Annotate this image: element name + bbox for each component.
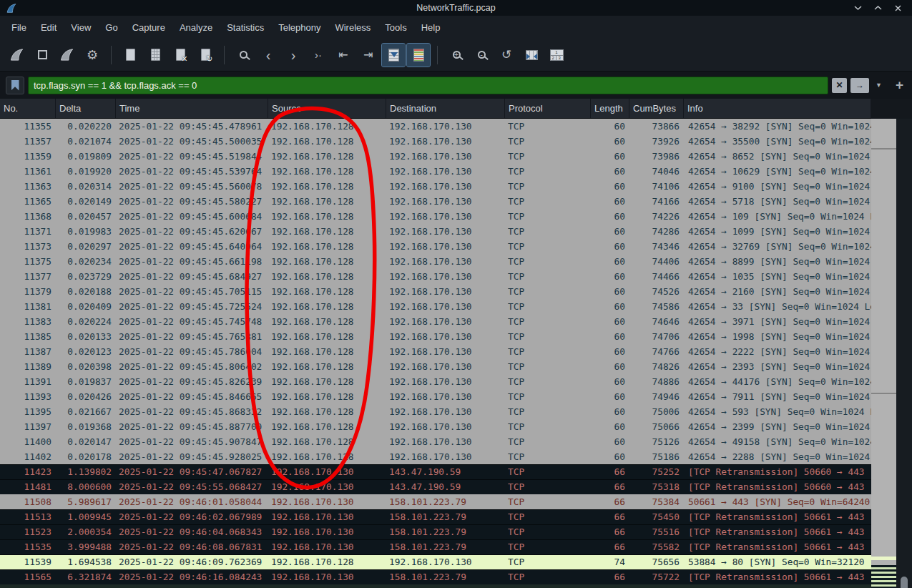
packet-row[interactable]: 115391.6945382025-01-22 09:46:09.7623691…	[0, 554, 871, 569]
open-file-icon[interactable]	[119, 44, 142, 67]
packet-row[interactable]: 115131.0099452025-01-22 09:46:02.0679891…	[0, 509, 871, 524]
goto-packet-icon[interactable]: ›·	[307, 44, 330, 67]
cell-time: 2025-01-22 09:46:04.068343	[116, 524, 268, 539]
packet-row[interactable]: 114231.1398022025-01-22 09:45:47.0678271…	[0, 464, 871, 479]
column-header-src[interactable]: Source	[268, 99, 386, 118]
maximize-button[interactable]	[869, 1, 886, 14]
find-packet-icon[interactable]	[232, 44, 255, 67]
packet-row[interactable]: 113730.0202972025-01-22 09:45:45.6409641…	[0, 239, 871, 254]
column-header-time[interactable]: Time	[116, 99, 268, 118]
close-file-icon[interactable]: ✕	[169, 44, 192, 67]
filter-bookmark-button[interactable]	[6, 77, 24, 94]
save-file-icon[interactable]	[144, 44, 167, 67]
cell-time: 2025-01-22 09:46:01.058044	[116, 494, 268, 509]
next-packet-icon[interactable]: ›	[282, 44, 305, 67]
capture-options-icon[interactable]: ⚙	[81, 44, 104, 67]
cell-cum: 75186	[629, 449, 684, 464]
auto-scroll-icon[interactable]	[382, 44, 405, 67]
display-filter-input[interactable]: tcp.flags.syn == 1 && tcp.flags.ack == 0	[28, 77, 828, 94]
packet-row[interactable]: 113910.0198372025-01-22 09:45:45.8262391…	[0, 374, 871, 389]
filter-add-button[interactable]: +	[896, 77, 903, 93]
packet-row[interactable]: 113610.0199202025-01-22 09:45:45.5397641…	[0, 164, 871, 179]
packet-row[interactable]: 113570.0210742025-01-22 09:45:45.5000351…	[0, 134, 871, 149]
cell-src: 192.168.170.128	[268, 284, 386, 299]
menu-wireless[interactable]: Wireless	[328, 19, 378, 36]
restart-capture-icon[interactable]	[56, 44, 79, 67]
filter-apply-button[interactable]: →	[850, 78, 869, 93]
cell-no: 11387	[0, 344, 56, 359]
cell-src: 192.168.170.128	[268, 269, 386, 284]
packet-row[interactable]: 114020.0201782025-01-22 09:45:45.9280251…	[0, 449, 871, 464]
column-header-cum[interactable]: CumBytes	[629, 99, 684, 118]
cell-src: 192.168.170.128	[268, 404, 386, 419]
column-header-no[interactable]: No.	[0, 99, 56, 118]
zoom-out-icon[interactable]: -	[470, 44, 493, 67]
packet-row[interactable]: 113650.0201492025-01-22 09:45:45.5802271…	[0, 194, 871, 209]
reload-file-icon[interactable]: ↻	[194, 44, 217, 67]
start-capture-icon[interactable]	[6, 44, 29, 67]
packet-row[interactable]: 115656.3218742025-01-22 09:46:16.0842431…	[0, 569, 871, 584]
packet-row[interactable]: 113750.0202342025-01-22 09:45:45.6611981…	[0, 254, 871, 269]
minimize-button[interactable]	[849, 1, 866, 14]
filter-clear-button[interactable]: ✕	[832, 78, 847, 93]
packet-row[interactable]: 113870.0201232025-01-22 09:45:45.7860041…	[0, 344, 871, 359]
scrollbar-track[interactable]	[896, 119, 912, 588]
column-header-delta[interactable]: Delta	[56, 99, 116, 118]
packet-row[interactable]: 113930.0204262025-01-22 09:45:45.8466651…	[0, 389, 871, 404]
cell-src: 192.168.170.128	[268, 419, 386, 434]
packet-row[interactable]: 113770.0237292025-01-22 09:45:45.6849271…	[0, 269, 871, 284]
menu-view[interactable]: View	[64, 19, 98, 36]
column-header-proto[interactable]: Protocol	[505, 99, 591, 118]
menu-tools[interactable]: Tools	[378, 19, 413, 36]
column-header-dst[interactable]: Destination	[386, 99, 505, 118]
zoom-reset-icon[interactable]: ↺	[495, 44, 518, 67]
stop-capture-icon[interactable]	[31, 44, 54, 67]
packet-row[interactable]: 113710.0199832025-01-22 09:45:45.6206671…	[0, 224, 871, 239]
menu-capture[interactable]: Capture	[125, 19, 172, 36]
cell-src: 192.168.170.130	[268, 479, 386, 494]
filter-dropdown-button[interactable]: ▼	[873, 82, 885, 89]
packet-row[interactable]: 115353.9994882025-01-22 09:46:08.0678311…	[0, 539, 871, 554]
packet-row[interactable]: 114000.0201472025-01-22 09:45:45.9078471…	[0, 434, 871, 449]
first-packet-icon[interactable]: ⇤	[332, 44, 355, 67]
packet-row[interactable]: 113970.0193682025-01-22 09:45:45.8877001…	[0, 419, 871, 434]
cell-delta: 0.023729	[56, 269, 116, 284]
menu-statistics[interactable]: Statistics	[220, 19, 271, 36]
packet-row[interactable]: 115232.0003542025-01-22 09:46:04.0683431…	[0, 524, 871, 539]
cell-no: 11383	[0, 314, 56, 329]
packet-row[interactable]: 113950.0216672025-01-22 09:45:45.8683321…	[0, 404, 871, 419]
packet-row[interactable]: 113830.0202242025-01-22 09:45:45.7457481…	[0, 314, 871, 329]
last-packet-icon[interactable]: ⇥	[357, 44, 380, 67]
cell-proto: TCP	[505, 344, 591, 359]
menu-file[interactable]: File	[4, 19, 34, 36]
packet-row[interactable]: 113590.0198092025-01-22 09:45:45.5198441…	[0, 149, 871, 164]
packet-row[interactable]: 113550.0202202025-01-22 09:45:45.4789611…	[0, 119, 871, 134]
packet-row[interactable]: 115085.9896172025-01-22 09:46:01.0580441…	[0, 494, 871, 509]
cell-dst: 192.168.170.130	[386, 119, 505, 134]
previous-packet-icon[interactable]: ‹	[257, 44, 280, 67]
column-header-len[interactable]: Length	[591, 99, 629, 118]
scrollbar-handle[interactable]	[901, 577, 908, 588]
colorize-icon[interactable]	[407, 44, 430, 67]
layout-123-icon[interactable]: 123	[545, 44, 568, 67]
packet-row[interactable]: 114818.0006002025-01-22 09:45:55.0684271…	[0, 479, 871, 494]
packet-row[interactable]: 113810.0204092025-01-22 09:45:45.7255241…	[0, 299, 871, 314]
cell-proto: TCP	[505, 404, 591, 419]
packet-row[interactable]: 113790.0201882025-01-22 09:45:45.7051151…	[0, 284, 871, 299]
packet-row[interactable]: 113850.0201332025-01-22 09:45:45.7658811…	[0, 329, 871, 344]
cell-proto: TCP	[505, 449, 591, 464]
menu-go[interactable]: Go	[98, 19, 124, 36]
column-header-info[interactable]: Info	[684, 99, 871, 118]
menu-telephony[interactable]: Telephony	[271, 19, 328, 36]
packet-row[interactable]: 113890.0203982025-01-22 09:45:45.8064021…	[0, 359, 871, 374]
resize-columns-icon[interactable]	[520, 44, 543, 67]
menu-edit[interactable]: Edit	[34, 19, 64, 36]
menu-analyze[interactable]: Analyze	[172, 19, 220, 36]
packet-row[interactable]: 113680.0204572025-01-22 09:45:45.6006841…	[0, 209, 871, 224]
cell-delta: 0.020457	[56, 209, 116, 224]
intelligent-scrollbar[interactable]	[871, 119, 896, 588]
zoom-in-icon[interactable]: +	[445, 44, 468, 67]
close-button[interactable]	[889, 1, 906, 14]
packet-row[interactable]: 113630.0203142025-01-22 09:45:45.5600781…	[0, 179, 871, 194]
menu-help[interactable]: Help	[414, 19, 448, 36]
